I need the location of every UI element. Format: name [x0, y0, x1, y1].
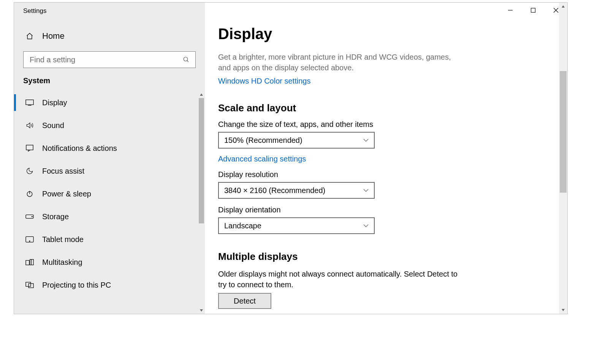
section-scale-layout: Scale and layout — [218, 102, 544, 114]
content-inner: Display Get a brighter, more vibrant pic… — [205, 3, 559, 314]
section-multiple-displays: Multiple displays — [218, 251, 544, 263]
sidebar-item-storage[interactable]: Storage — [14, 205, 205, 228]
svg-rect-14 — [26, 282, 31, 286]
svg-rect-2 — [26, 100, 33, 105]
sidebar-item-label: Sound — [42, 121, 64, 130]
chevron-down-icon — [363, 188, 369, 192]
scroll-down-icon[interactable] — [559, 306, 567, 314]
search-icon — [182, 56, 190, 63]
svg-rect-15 — [28, 283, 33, 288]
chevron-down-icon — [363, 224, 369, 228]
svg-point-8 — [32, 216, 33, 217]
sidebar-item-label: Multitasking — [42, 258, 82, 267]
home-icon — [25, 32, 34, 40]
orientation-label: Display orientation — [218, 206, 544, 214]
nav-home[interactable]: Home — [14, 25, 205, 47]
svg-rect-12 — [30, 260, 33, 265]
scrollbar-thumb[interactable] — [199, 98, 204, 223]
sidebar-item-label: Focus assist — [42, 167, 84, 176]
svg-point-0 — [184, 57, 188, 61]
sidebar-scrollbar[interactable] — [198, 91, 205, 314]
sidebar: Settings Home System — [14, 3, 205, 314]
nav-home-label: Home — [42, 31, 65, 41]
sidebar-nav: Display Sound Notifications & actions — [14, 91, 205, 314]
svg-rect-11 — [26, 260, 29, 265]
sound-icon — [25, 121, 34, 130]
hdr-color-link[interactable]: Windows HD Color settings — [218, 77, 310, 85]
hdr-description: Get a brighter, more vibrant picture in … — [218, 52, 461, 73]
scroll-down-icon[interactable] — [198, 307, 205, 314]
sidebar-item-tablet-mode[interactable]: Tablet mode — [14, 228, 205, 251]
app-title: Settings — [14, 3, 205, 25]
chevron-down-icon — [363, 138, 369, 142]
detect-button[interactable]: Detect — [218, 293, 271, 309]
sidebar-category: System — [14, 72, 205, 91]
svg-line-1 — [187, 60, 188, 62]
resolution-dropdown[interactable]: 3840 × 2160 (Recommended) — [218, 182, 375, 199]
multitasking-icon — [25, 258, 34, 266]
scrollbar-thumb[interactable] — [560, 71, 567, 193]
notifications-icon — [25, 144, 34, 152]
sidebar-item-notifications[interactable]: Notifications & actions — [14, 137, 205, 160]
search-input[interactable] — [29, 55, 182, 65]
settings-window: Settings Home System — [14, 2, 568, 314]
projecting-icon — [25, 281, 34, 289]
svg-rect-4 — [26, 145, 33, 150]
sidebar-item-sound[interactable]: Sound — [14, 114, 205, 137]
content-area: Display Get a brighter, more vibrant pic… — [205, 3, 567, 314]
sidebar-item-display[interactable]: Display — [14, 91, 205, 114]
storage-icon — [25, 212, 34, 221]
scroll-up-icon[interactable] — [559, 3, 567, 10]
scale-dropdown[interactable]: 150% (Recommended) — [218, 132, 375, 149]
advanced-scaling-link[interactable]: Advanced scaling settings — [218, 155, 306, 163]
sidebar-item-label: Display — [42, 98, 67, 107]
sidebar-item-label: Power & sleep — [42, 190, 91, 198]
orientation-value: Landscape — [224, 222, 261, 230]
sidebar-item-multitasking[interactable]: Multitasking — [14, 251, 205, 274]
page-title: Display — [218, 25, 544, 43]
power-icon — [25, 190, 34, 198]
sidebar-item-label: Notifications & actions — [42, 144, 117, 153]
display-icon — [25, 98, 34, 107]
scale-label: Change the size of text, apps, and other… — [218, 120, 544, 129]
sidebar-item-focus-assist[interactable]: Focus assist — [14, 160, 205, 182]
sidebar-item-label: Storage — [42, 212, 69, 221]
sidebar-item-power-sleep[interactable]: Power & sleep — [14, 182, 205, 205]
resolution-label: Display resolution — [218, 170, 544, 179]
focus-assist-icon — [25, 167, 34, 175]
sidebar-item-label: Tablet mode — [42, 235, 84, 244]
sidebar-item-label: Projecting to this PC — [42, 281, 111, 290]
resolution-value: 3840 × 2160 (Recommended) — [224, 186, 325, 195]
scroll-up-icon[interactable] — [198, 91, 205, 98]
sidebar-item-projecting[interactable]: Projecting to this PC — [14, 274, 205, 296]
tablet-icon — [25, 235, 34, 244]
search-box[interactable] — [23, 51, 196, 68]
scale-value: 150% (Recommended) — [224, 136, 302, 145]
search-container — [14, 47, 205, 72]
content-scrollbar[interactable] — [559, 3, 567, 314]
multiple-displays-description: Older displays might not always connect … — [218, 269, 461, 290]
orientation-dropdown[interactable]: Landscape — [218, 217, 375, 234]
svg-point-10 — [29, 241, 30, 242]
